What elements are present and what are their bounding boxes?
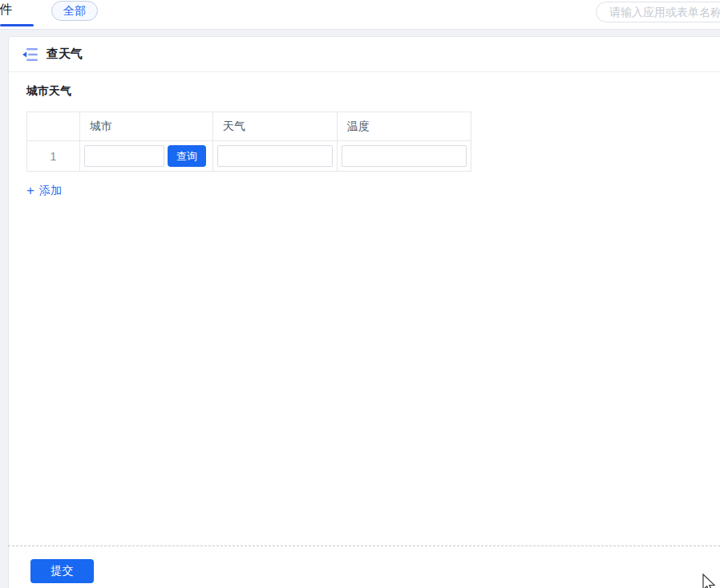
table-header-row: 城市 天气 温度 bbox=[27, 112, 471, 141]
column-header-city: 城市 bbox=[80, 112, 213, 141]
city-cell: 查询 bbox=[80, 141, 213, 172]
weather-form-panel: 查天气 城市天气 城市 天气 温度 1 bbox=[8, 36, 720, 588]
panel-header: 查天气 bbox=[9, 37, 720, 72]
column-header-weather: 天气 bbox=[213, 112, 338, 141]
city-input[interactable] bbox=[84, 145, 164, 167]
row-index: 1 bbox=[27, 141, 80, 172]
footer-divider bbox=[8, 545, 720, 546]
city-weather-table: 城市 天气 温度 1 查询 bbox=[26, 112, 471, 172]
plus-icon: + bbox=[26, 185, 34, 197]
collapse-back-icon[interactable] bbox=[22, 48, 38, 61]
page-title: 查天气 bbox=[47, 47, 83, 62]
weather-cell bbox=[213, 141, 338, 172]
tab-bar: 事件 全部 bbox=[0, 0, 720, 30]
tab-events[interactable]: 事件 bbox=[0, 2, 12, 18]
form-body: 城市天气 城市 天气 温度 1 查询 bbox=[9, 72, 720, 198]
column-header-temperature: 温度 bbox=[338, 112, 471, 141]
column-header-index bbox=[27, 112, 80, 141]
app-root: { "tab_bar": { "tab_label": "事件", "filte… bbox=[0, 0, 720, 588]
search-input[interactable] bbox=[596, 2, 720, 22]
table-row: 1 查询 bbox=[27, 141, 471, 172]
add-row-button[interactable]: + 添加 bbox=[26, 184, 62, 198]
active-tab-indicator bbox=[0, 24, 34, 26]
temperature-cell bbox=[338, 141, 471, 172]
filter-all-pill[interactable]: 全部 bbox=[51, 1, 98, 21]
add-row-label: 添加 bbox=[39, 184, 62, 198]
query-button[interactable]: 查询 bbox=[168, 145, 206, 167]
submit-button[interactable]: 提交 bbox=[30, 559, 94, 583]
temperature-input[interactable] bbox=[342, 145, 467, 167]
weather-input[interactable] bbox=[217, 145, 333, 167]
subform-label: 城市天气 bbox=[26, 84, 720, 99]
